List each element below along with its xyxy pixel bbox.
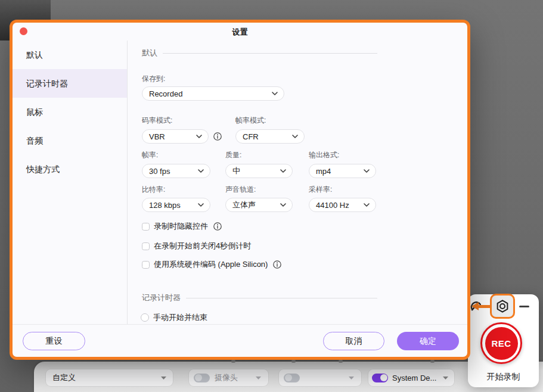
- sidebar-item-default[interactable]: 默认: [13, 41, 127, 69]
- quality-select[interactable]: 中: [225, 164, 293, 178]
- system-audio-toggle[interactable]: [372, 374, 388, 382]
- section-header-default: 默认: [142, 48, 377, 58]
- capture-mode-select[interactable]: 自定义: [46, 369, 173, 386]
- section-rule: [163, 53, 377, 54]
- manual-start-stop-row: 手动开始并结束: [141, 312, 207, 323]
- hardware-encoding-row: 使用系统硬件编码 (Apple Silicon): [142, 259, 281, 270]
- save-to-value: Recorded: [149, 89, 182, 98]
- bitrate-value: 128 kbps: [149, 201, 181, 210]
- disable-countdown-label: 在录制开始前关闭4秒倒计时: [154, 241, 251, 251]
- section-rule: [186, 298, 377, 298]
- sidebar-item-record-timer[interactable]: 记录计时器: [13, 69, 127, 98]
- bitrate-mode-select[interactable]: VBR: [142, 129, 209, 144]
- hardware-encoding-checkbox[interactable]: [142, 261, 150, 269]
- framerate-mode-label: 帧率模式:: [235, 116, 266, 126]
- start-recording-label: 开始录制: [468, 372, 539, 382]
- chevron-down-icon: [364, 203, 370, 207]
- bitrate-mode-label: 码率模式:: [142, 116, 172, 126]
- disable-countdown-checkbox[interactable]: [142, 242, 150, 250]
- info-icon[interactable]: [213, 222, 222, 231]
- sidebar-item-shortcuts[interactable]: 快捷方式: [13, 155, 127, 183]
- camera-label: 摄像头: [215, 372, 238, 383]
- ok-button[interactable]: 确定: [397, 332, 459, 350]
- toolbar-peek-dot: [339, 360, 343, 363]
- bitrate-mode-value: VBR: [149, 132, 165, 141]
- system-audio-toggle-pill[interactable]: System De...: [368, 369, 454, 386]
- minimize-icon[interactable]: [519, 306, 529, 307]
- dialog-titlebar: 设置: [13, 23, 467, 41]
- sample-rate-label: 采样率:: [309, 185, 332, 195]
- audio-track-value: 立体声: [232, 200, 256, 210]
- annotation-arrow-shaft: [478, 305, 491, 308]
- sample-rate-select[interactable]: 44100 Hz: [309, 198, 376, 212]
- system-audio-label: System De...: [392, 374, 436, 382]
- camera-toggle-pill[interactable]: 摄像头: [189, 369, 268, 386]
- chevron-down-icon[interactable]: [443, 377, 448, 379]
- cancel-button[interactable]: 取消: [323, 332, 384, 350]
- audio-track-label: 声音轨道:: [225, 185, 256, 195]
- output-format-label: 输出格式:: [309, 150, 339, 160]
- sample-rate-value: 44100 Hz: [316, 201, 349, 210]
- footer-divider: [13, 324, 467, 325]
- section-header-record-timer: 记录计时器: [142, 293, 377, 303]
- microphone-toggle-pill[interactable]: [279, 369, 361, 386]
- info-icon[interactable]: [273, 260, 281, 269]
- rec-button[interactable]: REC: [480, 322, 522, 364]
- capture-mode-value: 自定义: [52, 372, 76, 383]
- manual-start-stop-label: 手动开始并结束: [153, 312, 207, 323]
- chevron-down-icon[interactable]: [256, 377, 261, 379]
- framerate-mode-select[interactable]: CFR: [235, 129, 305, 144]
- sidebar-item-mouse[interactable]: 鼠标: [13, 98, 127, 126]
- chevron-down-icon[interactable]: [349, 377, 354, 379]
- chevron-down-icon: [292, 135, 298, 138]
- quality-label: 质量:: [225, 150, 241, 160]
- chevron-down-icon: [198, 203, 204, 207]
- hardware-encoding-label: 使用系统硬件编码 (Apple Silicon): [154, 259, 268, 270]
- framerate-value: 30 fps: [149, 167, 170, 176]
- gear-icon: [495, 298, 510, 314]
- chevron-down-icon: [272, 92, 278, 95]
- dialog-title: 设置: [13, 23, 467, 41]
- quality-value: 中: [232, 166, 240, 176]
- manual-start-stop-radio[interactable]: [141, 313, 149, 322]
- framerate-mode-value: CFR: [243, 132, 259, 141]
- output-format-value: mp4: [316, 167, 331, 176]
- framerate-select[interactable]: 30 fps: [142, 164, 210, 178]
- reset-button[interactable]: 重设: [23, 332, 85, 350]
- toolbar-peek-dot: [231, 360, 235, 363]
- hide-controls-label: 录制时隐藏控件: [154, 221, 208, 232]
- chevron-down-icon: [280, 169, 286, 173]
- toolbar-peek-dot: [291, 360, 296, 363]
- sidebar-item-audio[interactable]: 音频: [13, 126, 127, 155]
- bitrate-select[interactable]: 128 kbps: [142, 198, 210, 212]
- chevron-down-icon: [196, 135, 202, 138]
- sidebar-divider: [127, 41, 128, 324]
- hide-controls-row: 录制时隐藏控件: [142, 221, 222, 232]
- rec-button-label: REC: [485, 327, 518, 360]
- framerate-label: 帧率:: [142, 150, 158, 160]
- disable-countdown-row: 在录制开始前关闭4秒倒计时: [142, 241, 251, 251]
- bitrate-label: 比特率:: [142, 185, 165, 195]
- output-format-select[interactable]: mp4: [309, 164, 376, 178]
- section-title: 记录计时器: [142, 293, 181, 303]
- microphone-toggle[interactable]: [284, 374, 300, 382]
- chevron-down-icon: [364, 169, 370, 173]
- annotation-arrow-left-icon: [471, 302, 479, 310]
- save-to-select[interactable]: Recorded: [142, 86, 284, 101]
- recorder-toolbar: 自定义 摄像头 System De...: [34, 362, 543, 392]
- save-to-label: 保存到:: [142, 74, 165, 84]
- audio-track-select[interactable]: 立体声: [225, 198, 293, 212]
- settings-content: 默认 保存到: Recorded 码率模式: 帧率模式: VBR CFR 帧率:…: [142, 41, 377, 324]
- toolbar-peek-dot: [430, 360, 435, 363]
- settings-dialog: 设置 默认 记录计时器 鼠标 音频 快捷方式 默认 保存到: Recorded …: [10, 20, 470, 360]
- camera-toggle[interactable]: [194, 374, 210, 382]
- chevron-down-icon: [198, 169, 204, 173]
- info-icon[interactable]: [213, 132, 222, 141]
- hide-controls-checkbox[interactable]: [142, 223, 150, 231]
- section-title: 默认: [142, 48, 157, 58]
- chevron-down-icon: [280, 203, 286, 207]
- settings-gear-highlight[interactable]: [490, 294, 515, 319]
- chevron-down-icon: [161, 377, 166, 379]
